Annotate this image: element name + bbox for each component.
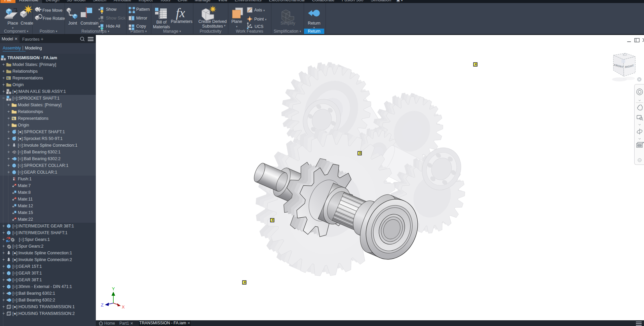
svg-text:X: X [122,304,125,310]
svg-text:fx: fx [176,6,185,20]
svg-text:Y: Y [112,286,115,291]
svg-text:Z: Z [101,302,104,307]
